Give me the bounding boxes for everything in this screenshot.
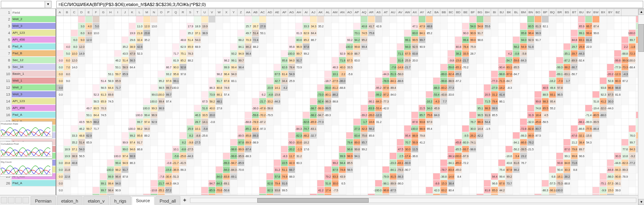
col-header-p[interactable]: P bbox=[165, 9, 172, 16]
col-header-i[interactable]: I bbox=[114, 9, 122, 16]
col-header-n[interactable]: N bbox=[151, 9, 158, 16]
col-header-c[interactable]: C bbox=[71, 9, 78, 16]
col-header-j[interactable]: J bbox=[122, 9, 129, 16]
sheet-nav-prev[interactable] bbox=[8, 197, 14, 203]
col-header-as[interactable]: AS bbox=[375, 9, 382, 16]
scroll-down-button[interactable]: ▼ bbox=[638, 199, 644, 205]
col-header-ai[interactable]: AI bbox=[303, 9, 310, 16]
col-header-ba[interactable]: BA bbox=[433, 9, 440, 16]
sheet-nav-next[interactable] bbox=[15, 197, 22, 203]
col-header-bz[interactable]: BZ bbox=[614, 9, 621, 16]
col-header-bg[interactable]: BG bbox=[477, 9, 484, 16]
formula-input[interactable] bbox=[56, 1, 643, 8]
h-scrollbar-track[interactable] bbox=[190, 198, 636, 203]
col-header-by[interactable]: BY bbox=[607, 9, 614, 16]
scroll-thumb[interactable] bbox=[638, 24, 644, 52]
col-header-aj[interactable]: AJ bbox=[310, 9, 317, 16]
scroll-track[interactable] bbox=[638, 15, 644, 199]
col-header-bo[interactable]: BO bbox=[535, 9, 542, 16]
col-header-ak[interactable]: AK bbox=[317, 9, 324, 16]
col-header-bh[interactable]: BH bbox=[484, 9, 491, 16]
col-header-w[interactable]: W bbox=[216, 9, 223, 16]
col-header-al[interactable]: AL bbox=[324, 9, 332, 16]
col-header-aa[interactable]: AA bbox=[245, 9, 252, 16]
col-header-bq[interactable]: BQ bbox=[549, 9, 556, 16]
col-header-bm[interactable]: BM bbox=[520, 9, 527, 16]
col-header-x[interactable]: X bbox=[223, 9, 230, 16]
sheet-tab-permian[interactable]: Permian bbox=[31, 196, 56, 205]
col-header-t[interactable]: T bbox=[194, 9, 201, 16]
col-header-z[interactable]: Z bbox=[237, 9, 245, 16]
sheet-tab-etalon_h[interactable]: etalon_h bbox=[57, 196, 83, 205]
col-header-q[interactable]: Q bbox=[172, 9, 180, 16]
col-header-bt[interactable]: BT bbox=[571, 9, 578, 16]
sheet-tab-etalon_v[interactable]: etalon_v bbox=[83, 196, 109, 205]
col-header-ah[interactable]: AH bbox=[295, 9, 303, 16]
col-header-bf[interactable]: BF bbox=[469, 9, 477, 16]
col-header-l[interactable]: L bbox=[136, 9, 143, 16]
col-header-bl[interactable]: BL bbox=[513, 9, 520, 16]
col-header-ad[interactable]: AD bbox=[266, 9, 274, 16]
col-header-u[interactable]: U bbox=[201, 9, 208, 16]
col-header-ac[interactable]: AC bbox=[259, 9, 266, 16]
add-sheet-button[interactable]: ✦ bbox=[181, 197, 188, 204]
col-header-aw[interactable]: AW bbox=[404, 9, 411, 16]
col-header-az[interactable]: AZ bbox=[426, 9, 433, 16]
col-header-m[interactable]: M bbox=[143, 9, 151, 16]
col-header-ap[interactable]: AP bbox=[353, 9, 361, 16]
sheet-tab-h_rigs[interactable]: h_rigs bbox=[110, 196, 131, 205]
col-header-ao[interactable]: AO bbox=[346, 9, 353, 16]
col-header-k[interactable]: K bbox=[129, 9, 136, 16]
col-header-bc[interactable]: BC bbox=[448, 9, 455, 16]
col-header-o[interactable]: O bbox=[158, 9, 165, 16]
col-header-br[interactable]: BR bbox=[556, 9, 564, 16]
cell-reference-box[interactable] bbox=[1, 1, 45, 8]
col-header-s[interactable]: S bbox=[187, 9, 194, 16]
col-header-at[interactable]: AT bbox=[382, 9, 390, 16]
col-header-aq[interactable]: AQ bbox=[361, 9, 368, 16]
col-header-bi[interactable]: BI bbox=[491, 9, 498, 16]
col-header-be[interactable]: BE bbox=[462, 9, 469, 16]
col-header-f[interactable]: F bbox=[93, 9, 100, 16]
col-header-an[interactable]: AN bbox=[339, 9, 346, 16]
col-header-ax[interactable]: AX bbox=[411, 9, 419, 16]
col-header-b[interactable]: B bbox=[64, 9, 71, 16]
sheet-tab-source[interactable]: Source bbox=[132, 196, 155, 205]
col-header-bb[interactable]: BB bbox=[440, 9, 448, 16]
col-header-bw[interactable]: BW bbox=[592, 9, 600, 16]
col-header-ab[interactable]: AB bbox=[252, 9, 259, 16]
col-header-bk[interactable]: BK bbox=[506, 9, 513, 16]
col-header-bn[interactable]: BN bbox=[527, 9, 535, 16]
sheet-nav-last[interactable] bbox=[23, 197, 29, 203]
col-header-v[interactable]: V bbox=[208, 9, 216, 16]
cell-ref-dropdown[interactable]: ▼ bbox=[45, 1, 52, 8]
data-canvas-area[interactable] bbox=[56, 16, 638, 195]
col-header-ae[interactable]: AE bbox=[274, 9, 281, 16]
scroll-up-button[interactable]: ▲ bbox=[638, 9, 644, 15]
col-header-bs[interactable]: BS bbox=[564, 9, 571, 16]
col-header-av[interactable]: AV bbox=[397, 9, 404, 16]
col-header-am[interactable]: AM bbox=[332, 9, 339, 16]
col-header-r[interactable]: R bbox=[180, 9, 187, 16]
col-header-bj[interactable]: BJ bbox=[498, 9, 506, 16]
col-header-y[interactable]: Y bbox=[230, 9, 237, 16]
col-header-bx[interactable]: BX bbox=[600, 9, 607, 16]
h-scrollbar-thumb[interactable] bbox=[257, 198, 369, 203]
col-header-ag[interactable]: AG bbox=[288, 9, 295, 16]
col-header-e[interactable]: E bbox=[85, 9, 93, 16]
col-header-ay[interactable]: AY bbox=[419, 9, 426, 16]
col-header-h[interactable]: H bbox=[107, 9, 114, 16]
col-header-a[interactable]: A bbox=[56, 9, 64, 16]
sheet-nav-first[interactable] bbox=[1, 197, 7, 203]
col-header-au[interactable]: AU bbox=[390, 9, 397, 16]
spreadsheet-container: ABCDEFGHIJKLMNOPQRSTUVWXYZAAABACADAEAFAG… bbox=[0, 9, 638, 205]
col-header-d[interactable]: D bbox=[78, 9, 85, 16]
col-header-bu[interactable]: BU bbox=[578, 9, 585, 16]
col-header-af[interactable]: AF bbox=[281, 9, 288, 16]
col-header-bd[interactable]: BD bbox=[455, 9, 462, 16]
col-header-ar[interactable]: AR bbox=[368, 9, 375, 16]
col-header-bp[interactable]: BP bbox=[542, 9, 549, 16]
col-header-g[interactable]: G bbox=[100, 9, 107, 16]
col-header-bv[interactable]: BV bbox=[585, 9, 592, 16]
sheet-tab-prod_all[interactable]: Prod_all bbox=[155, 196, 180, 205]
